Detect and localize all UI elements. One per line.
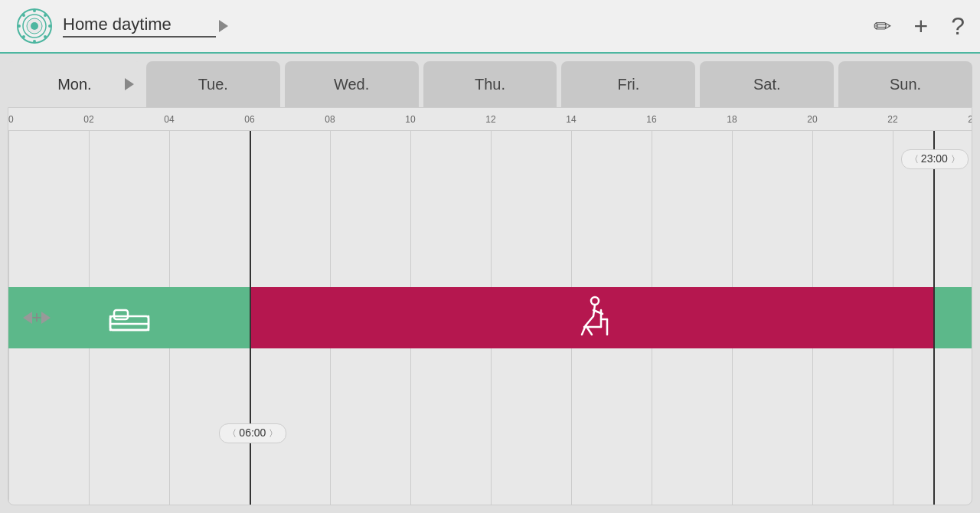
title-area: Home daytime: [63, 15, 874, 38]
chevron-right-icon: 〉: [269, 428, 278, 439]
svg-point-3: [31, 22, 38, 30]
marker-06-label[interactable]: 〈 06:00 〉: [219, 423, 286, 443]
svg-point-18: [591, 297, 599, 305]
timeline-container: 00020406081012141618202224 +: [8, 107, 972, 505]
sleep-bar-end[interactable]: [933, 287, 973, 348]
header-actions: ✏ + ?: [874, 12, 965, 41]
tab-saturday[interactable]: Sat.: [700, 61, 834, 107]
add-plus-icon: +: [32, 309, 42, 326]
time-label-22: 22: [887, 114, 897, 125]
marker-23-label[interactable]: 〈 23:00 〉: [901, 149, 969, 169]
time-label-12: 12: [485, 114, 495, 125]
app-title: Home daytime: [63, 15, 216, 38]
chevron-left-icon: 〈: [910, 154, 921, 165]
chevron-right-icon: 〉: [951, 154, 960, 165]
tab-tuesday[interactable]: Tue.: [146, 61, 280, 107]
time-label-04: 04: [164, 114, 174, 125]
app-logo[interactable]: [15, 7, 54, 45]
main-content: Mon. Tue. Wed. Thu. Fri. Sat. Sun. 00020…: [0, 54, 980, 513]
svg-point-10: [44, 14, 47, 17]
time-label-08: 08: [325, 114, 335, 125]
time-label-20: 20: [807, 114, 817, 125]
svg-line-20: [586, 316, 593, 325]
time-label-00: 00: [8, 114, 14, 125]
svg-point-6: [18, 25, 21, 28]
time-label-10: 10: [405, 114, 415, 125]
grid-area: +: [8, 131, 972, 505]
app-header: Home daytime ✏ + ?: [0, 0, 980, 54]
timeline-bars: [8, 287, 972, 348]
active-bar[interactable]: [250, 287, 933, 348]
marker-23-line: [933, 131, 935, 505]
activity-icon: [570, 295, 612, 341]
tab-monday-arrow: [125, 78, 134, 90]
svg-point-7: [48, 25, 51, 28]
marker-06-line: [250, 131, 251, 505]
svg-point-8: [22, 14, 25, 17]
bed-icon: [106, 301, 152, 335]
add-chevron-right-icon: [41, 312, 51, 324]
tab-monday[interactable]: Mon.: [8, 61, 142, 107]
time-label-24: 24: [968, 114, 972, 125]
add-schedule-button[interactable]: +: [18, 299, 56, 337]
title-dropdown-arrow[interactable]: [219, 20, 228, 32]
svg-point-9: [44, 35, 47, 38]
time-label-16: 16: [646, 114, 656, 125]
time-label-18: 18: [727, 114, 737, 125]
tab-friday[interactable]: Fri.: [561, 61, 695, 107]
day-tabs: Mon. Tue. Wed. Thu. Fri. Sat. Sun.: [8, 61, 972, 107]
tab-wednesday[interactable]: Wed.: [285, 61, 419, 107]
svg-point-5: [33, 40, 36, 43]
svg-rect-15: [114, 310, 128, 319]
time-label-02: 02: [83, 114, 93, 125]
help-icon[interactable]: ?: [951, 12, 965, 41]
svg-point-4: [33, 9, 36, 12]
chevron-left-icon: 〈: [227, 428, 239, 439]
add-chevron-left-icon: [23, 312, 32, 324]
edit-icon[interactable]: ✏: [874, 14, 891, 39]
svg-point-11: [22, 35, 25, 38]
time-ruler: 00020406081012141618202224: [8, 108, 972, 131]
tab-thursday[interactable]: Thu.: [423, 61, 557, 107]
tab-sunday[interactable]: Sun.: [838, 61, 972, 107]
time-label-06: 06: [244, 114, 254, 125]
add-icon[interactable]: +: [914, 12, 929, 41]
time-label-14: 14: [566, 114, 576, 125]
